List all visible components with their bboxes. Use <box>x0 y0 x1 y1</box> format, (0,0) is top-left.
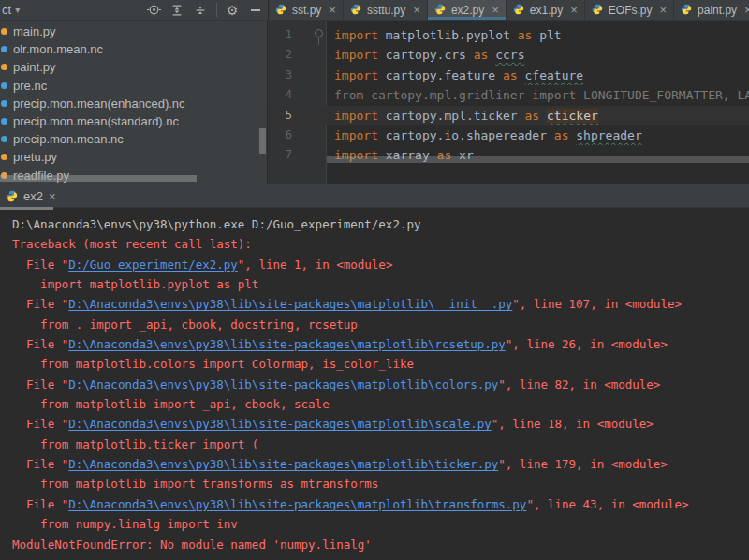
editor-tab-sst.py[interactable]: sst.py× <box>269 0 344 20</box>
code-text: import matplotlib.pyplot as plt <box>326 25 749 45</box>
code-text: import cartopy.crs as ccrs <box>326 45 749 65</box>
project-file-precip.mon.mean.nc[interactable]: precip.mon.mean.nc <box>0 130 267 148</box>
python-file-icon <box>350 4 362 16</box>
code-segment: import <box>334 109 378 123</box>
project-view-selector[interactable]: ct ▾ <box>2 3 20 17</box>
tab-close-icon[interactable]: × <box>570 3 578 17</box>
file-name: pretu.py <box>13 150 57 164</box>
tab-close-icon[interactable]: × <box>659 3 667 17</box>
code-line-5[interactable]: 5import cartopy.mpl.ticker as cticker <box>268 106 749 125</box>
console-line: File "D:\Anaconda3\envs\py38\lib\site-pa… <box>12 454 749 474</box>
code-segment: matplotlib.pyplot <box>378 28 518 42</box>
code-editor[interactable]: 1import matplotlib.pyplot as plt2import … <box>268 21 749 184</box>
console-line: File "D:\Anaconda3\envs\py38\lib\site-pa… <box>12 414 749 434</box>
traceback-link[interactable]: D:\Anaconda3\envs\py38\lib\site-packages… <box>68 457 498 471</box>
console-text: ", line 1, in <module> <box>238 258 393 272</box>
traceback-link[interactable]: D:\Anaconda3\envs\py38\lib\site-packages… <box>68 297 512 311</box>
tab-close-icon[interactable]: × <box>492 3 499 17</box>
main-area: main.pyolr.mon.mean.ncpaint.pypre.ncprec… <box>0 21 749 184</box>
code-line-4[interactable]: 4from cartopy.mpl.gridliner import LONGI… <box>268 85 749 105</box>
project-vertical-scrollbar[interactable] <box>259 128 266 154</box>
console-tab-label: ex2 <box>23 189 43 203</box>
code-segment: as <box>554 128 569 142</box>
console-text: from matplotlib.ticker import ( <box>12 437 258 451</box>
tab-close-icon[interactable]: × <box>744 3 749 17</box>
traceback-link[interactable]: D:\Anaconda3\envs\py38\lib\site-packages… <box>68 377 498 391</box>
code-text: import cartopy.mpl.ticker as cticker <box>326 106 749 125</box>
console-line: File "D:\Anaconda3\envs\py38\lib\site-pa… <box>12 294 749 314</box>
tab-close-icon[interactable]: × <box>413 3 420 17</box>
console-text: ", line 107, in <module> <box>512 297 682 311</box>
editor-tab-paint.py[interactable]: paint.py× <box>674 0 749 20</box>
console-text: import matplotlib.pyplot as plt <box>12 277 258 291</box>
tab-label: paint.py <box>698 4 737 17</box>
project-file-pre.nc[interactable]: pre.nc <box>0 77 267 95</box>
console-text: ", line 18, in <module> <box>492 417 654 431</box>
code-segment <box>539 109 547 123</box>
project-horizontal-scrollbar[interactable] <box>0 175 197 182</box>
editor-tab-ex1.py[interactable]: ex1.py× <box>507 0 585 20</box>
console-output[interactable]: D:\Anaconda3\envs\py38\python.exe D:/Guo… <box>0 208 749 554</box>
code-line-6[interactable]: 6import cartopy.io.shapereader as shprea… <box>268 125 749 145</box>
python-file-icon <box>513 4 525 16</box>
console-text: File " <box>12 297 68 311</box>
traceback-link[interactable]: D:/Guo_experiment/ex2.py <box>68 258 238 272</box>
code-segment: import <box>334 48 378 62</box>
console-text: ", line 179, in <module> <box>498 457 668 471</box>
project-file-precip.mon.mean(standard).nc[interactable]: precip.mon.mean(standard).nc <box>0 112 267 130</box>
console-tab-close-icon[interactable]: × <box>49 189 56 203</box>
python-file-icon <box>1 64 7 70</box>
console-tab-ex2[interactable]: ex2 × <box>0 184 65 207</box>
traceback-link[interactable]: D:\Anaconda3\envs\py38\lib\site-packages… <box>68 337 506 351</box>
console-line: Traceback (most recent call last): <box>12 234 749 254</box>
console-line: D:\Anaconda3\envs\py38\python.exe D:/Guo… <box>12 214 749 234</box>
console-line: from matplotlib import _api, cbook, scal… <box>12 394 749 414</box>
code-segment: cfeature <box>525 68 584 82</box>
project-file-main.py[interactable]: main.py <box>0 22 267 40</box>
console-line: File "D:\Anaconda3\envs\py38\lib\site-pa… <box>12 375 749 394</box>
fold-region-icon[interactable] <box>315 29 323 37</box>
line-number: 6 <box>268 125 326 145</box>
python-file-icon <box>592 4 604 16</box>
python-file-icon <box>681 4 693 16</box>
editor-tab-ex2.py[interactable]: ex2.py× <box>428 0 507 20</box>
code-segment: plt <box>532 28 561 42</box>
console-text: File " <box>12 337 68 351</box>
console-line: from matplotlib import transforms as mtr… <box>12 474 749 494</box>
code-line-1[interactable]: 1import matplotlib.pyplot as plt <box>268 25 749 45</box>
tab-label: sst.py <box>292 4 321 17</box>
locate-icon[interactable] <box>145 3 162 18</box>
console-text: File " <box>12 377 68 391</box>
code-text: from cartopy.mpl.gridliner import LONGIT… <box>326 85 749 105</box>
tab-label: ex2.py <box>451 4 484 17</box>
console-text: File " <box>12 497 68 511</box>
code-segment: as <box>503 68 518 82</box>
toolbar-divider <box>216 3 217 17</box>
hide-panel-icon[interactable] <box>247 3 264 18</box>
traceback-link[interactable]: D:\Anaconda3\envs\py38\lib\site-packages… <box>68 417 492 431</box>
settings-gear-icon[interactable]: ⚙ <box>224 3 241 18</box>
expand-all-icon[interactable] <box>169 3 185 18</box>
tab-close-icon[interactable]: × <box>329 3 336 17</box>
python-file-icon <box>6 190 18 202</box>
file-name: precip.mon.mean(standard).nc <box>13 114 179 128</box>
code-segment: as <box>474 48 489 62</box>
tab-label: ssttu.py <box>367 4 405 17</box>
line-number: 5 <box>268 106 326 125</box>
project-file-olr.mon.mean.nc[interactable]: olr.mon.mean.nc <box>0 40 267 58</box>
project-file-precip.mon.mean(enhanced).nc[interactable]: precip.mon.mean(enhanced).nc <box>0 95 267 112</box>
editor-horizontal-scrollbar[interactable] <box>327 156 749 163</box>
code-line-3[interactable]: 3import cartopy.feature as cfeature <box>268 66 749 85</box>
traceback-link[interactable]: D:\Anaconda3\envs\py38\lib\site-packages… <box>68 497 526 511</box>
project-file-pretu.py[interactable]: pretu.py <box>0 148 267 166</box>
python-file-icon <box>275 4 287 16</box>
editor-tab-ssttu.py[interactable]: ssttu.py× <box>344 0 428 20</box>
code-line-2[interactable]: 2import cartopy.crs as ccrs <box>268 45 749 65</box>
collapse-all-icon[interactable] <box>192 3 209 18</box>
project-view-title: ct <box>2 3 11 17</box>
editor-tab-EOFs.py[interactable]: EOFs.py× <box>585 0 674 20</box>
data-file-icon <box>1 46 7 52</box>
console-text: File " <box>12 417 68 431</box>
project-file-paint.py[interactable]: paint.py <box>0 58 267 76</box>
line-number: 3 <box>268 66 326 85</box>
